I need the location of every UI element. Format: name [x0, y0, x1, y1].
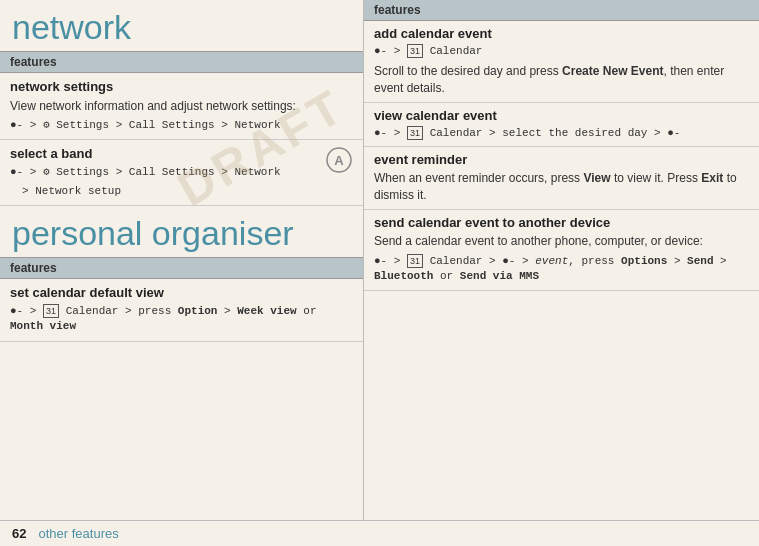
set-calendar-row: set calendar default view ●‐ > 31 Calend… [0, 279, 363, 342]
send-calendar-text: Send a calendar event to another phone, … [374, 234, 703, 248]
event-reminder-title: event reminder [374, 152, 749, 167]
calendar-icon-left: 31 [43, 304, 59, 318]
bottom-bar: 62 other features [0, 520, 759, 546]
send-calendar-row: send calendar event to another device Se… [364, 210, 759, 291]
network-title: network [0, 0, 363, 51]
select-band-nav2: > Network setup [10, 184, 353, 199]
features-header-network: features [0, 51, 363, 73]
view-calendar-row: view calendar event ●‐ > 31 Calendar > s… [364, 103, 759, 147]
select-band-body: ●‐ > ⚙ Settings > Call Settings > Networ… [10, 165, 353, 199]
add-calendar-nav: ●‐ > 31 Calendar Scroll to the desired d… [374, 44, 749, 97]
alphabet-icon: A [325, 146, 353, 174]
features-header-right: features [364, 0, 759, 21]
set-calendar-body: ●‐ > 31 Calendar > press Option > Week v… [10, 304, 353, 335]
network-settings-title: network settings [10, 79, 353, 94]
settings-icon: ⚙ [43, 119, 50, 131]
page-number: 62 [12, 526, 26, 541]
personal-organiser-title: personal organiser [0, 206, 363, 257]
send-calendar-nav: ●‐ > 31 Calendar > ●‐ > event, press Opt… [374, 254, 749, 285]
network-settings-nav: ●‐ > ⚙ Settings > Call Settings > Networ… [10, 118, 353, 133]
features-header-organiser: features [0, 257, 363, 279]
select-band-title: select a band [10, 146, 353, 161]
calendar-icon-view: 31 [407, 126, 423, 140]
set-calendar-title: set calendar default view [10, 285, 353, 300]
view-calendar-nav: ●‐ > 31 Calendar > select the desired da… [374, 126, 749, 141]
exit-bold: Exit [701, 171, 723, 185]
calendar-icon-send: 31 [407, 254, 423, 268]
network-settings-row: network settings View network informatio… [0, 73, 363, 140]
network-settings-text: View network information and adjust netw… [10, 99, 296, 113]
other-features-label: other features [38, 526, 118, 541]
view-calendar-title: view calendar event [374, 108, 749, 123]
network-settings-body: View network information and adjust netw… [10, 98, 353, 133]
left-column: network features network settings View n… [0, 0, 363, 546]
add-calendar-row: add calendar event ●‐ > 31 Calendar Scro… [364, 21, 759, 103]
select-band-nav1: ●‐ > ⚙ Settings > Call Settings > Networ… [10, 165, 353, 180]
select-band-row: select a band ●‐ > ⚙ Settings > Call Set… [0, 140, 363, 206]
network-features-block: features network settings View network i… [0, 51, 363, 206]
set-calendar-nav: ●‐ > 31 Calendar > press Option > Week v… [10, 304, 353, 335]
nav-dot-1: ●‐ [10, 119, 23, 131]
svg-text:A: A [334, 153, 344, 168]
add-calendar-title: add calendar event [374, 26, 749, 41]
right-column: features add calendar event ●‐ > 31 Cale… [363, 0, 759, 546]
send-calendar-title: send calendar event to another device [374, 215, 749, 230]
calendar-icon-add: 31 [407, 44, 423, 58]
view-bold: View [583, 171, 610, 185]
add-calendar-body-text: Scroll to the desired day and press Crea… [374, 63, 749, 97]
organiser-features-block: features set calendar default view ●‐ > … [0, 257, 363, 342]
send-calendar-body: Send a calendar event to another phone, … [374, 233, 749, 285]
event-reminder-row: event reminder When an event reminder oc… [364, 147, 759, 210]
event-reminder-body: When an event reminder occurs, press Vie… [374, 170, 749, 204]
event-reminder-text1: When an event reminder occurs, press [374, 171, 583, 185]
event-reminder-text2: to view it. Press [611, 171, 702, 185]
page-wrapper: network features network settings View n… [0, 0, 759, 546]
